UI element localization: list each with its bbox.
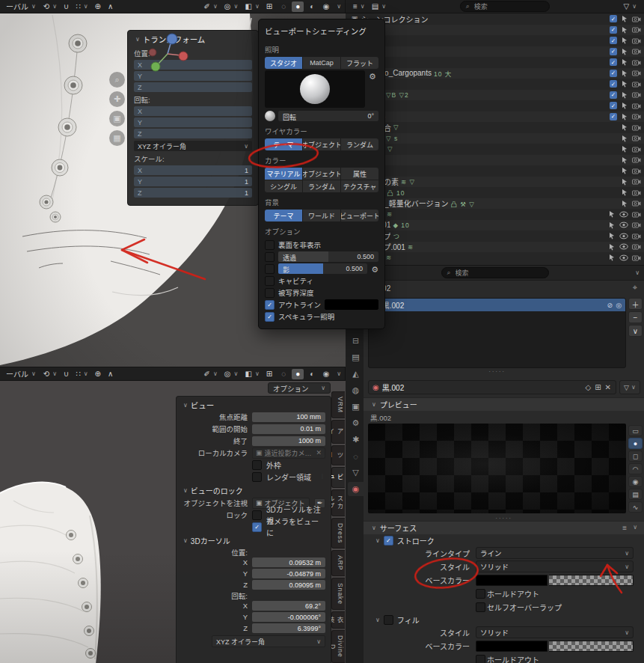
npanel-tab[interactable]: ツール: [331, 445, 345, 465]
selectable-cursor-icon[interactable]: [608, 243, 616, 251]
display-mode-dropdown[interactable]: ▤ ∨: [369, 1, 388, 12]
rotation-mode-dropdown[interactable]: XYZ オイラー角 ∨: [134, 141, 252, 151]
resize-grip[interactable]: ∙∙∙∙∙: [368, 368, 626, 374]
scale-field[interactable]: Y 1: [134, 177, 252, 186]
annotate-dropdown[interactable]: ✐ ∨: [202, 369, 220, 379]
material-name-field[interactable]: ◉ 黒.002 ◇ ⊞ ✕: [368, 380, 616, 394]
stroke-checkbox[interactable]: ✓: [384, 536, 393, 546]
preview-cube-button[interactable]: ◻: [628, 450, 643, 462]
outliner-row[interactable]: ◉ 統合 ▽ ✓: [346, 122, 644, 133]
proportional-falloff-dropdown[interactable]: ∧ ∨: [105, 369, 115, 379]
camera-icon[interactable]: [632, 200, 641, 207]
preview-cloth-button[interactable]: ▤: [628, 489, 643, 500]
snap-target-dropdown[interactable]: ∷ ∨: [73, 1, 90, 12]
outliner-row[interactable]: ▽ ⊕ ✓: [346, 155, 644, 166]
collection-checkbox[interactable]: ✓: [610, 113, 617, 120]
unlink-material-button[interactable]: ✕: [604, 383, 612, 391]
number-field[interactable]: 100 mm: [252, 412, 325, 422]
camera-icon[interactable]: [632, 26, 641, 33]
view-lock-subheader[interactable]: ∨ ビューのロック: [182, 484, 325, 497]
selectable-cursor-icon[interactable]: [621, 80, 628, 88]
selectable-cursor-icon[interactable]: [621, 48, 628, 55]
close-icon[interactable]: ✕: [316, 449, 322, 456]
selectable-cursor-icon[interactable]: [621, 15, 628, 22]
selectable-cursor-icon[interactable]: [621, 167, 628, 174]
fill-subsection-header[interactable]: ∨ フィル: [364, 614, 644, 626]
tab-material[interactable]: ◉: [348, 482, 364, 496]
shadow-checkbox[interactable]: [265, 264, 275, 274]
bg-viewport-button[interactable]: ビューポート: [341, 210, 378, 221]
selectable-cursor-icon[interactable]: [621, 200, 628, 207]
collection-checkbox[interactable]: ✓: [610, 102, 617, 109]
stroke-holdout-checkbox[interactable]: [476, 589, 485, 599]
camera-icon[interactable]: [632, 254, 641, 261]
backface-checkbox[interactable]: [265, 240, 275, 250]
color-texture-button[interactable]: テクスチャ: [341, 180, 378, 192]
eye-icon[interactable]: [619, 221, 628, 228]
camera-icon[interactable]: [632, 211, 641, 218]
shading-popup-chevron[interactable]: ∨: [337, 3, 341, 10]
gizmos-dropdown[interactable]: ◎ ∨: [222, 369, 241, 379]
fill-basecolor-alpha-swatch[interactable]: [549, 641, 634, 652]
shading-material-button[interactable]: ◐: [306, 369, 318, 379]
view-panel-header[interactable]: ∨ ビュー: [182, 399, 325, 411]
shadow-slider[interactable]: 影 0.500: [278, 263, 367, 274]
editor-type-dropdown[interactable]: ≡ ∨: [351, 1, 367, 12]
tab-modifiers[interactable]: ⚙: [348, 416, 364, 430]
overlays-dropdown[interactable]: ◧ ∨: [242, 369, 261, 379]
color-random-button[interactable]: ランダム: [303, 180, 340, 192]
shading-popup-chevron[interactable]: ∨: [337, 370, 341, 377]
tab-view-layer[interactable]: ▤: [348, 350, 364, 364]
collection-checkbox[interactable]: ✓: [610, 70, 617, 77]
pin-icon[interactable]: ⌖: [633, 283, 637, 293]
selectable-cursor-icon[interactable]: [621, 26, 628, 34]
search-input[interactable]: [473, 2, 544, 11]
gear-icon[interactable]: ⚙: [369, 72, 376, 82]
color-single-button[interactable]: シングル: [265, 180, 302, 192]
npanel-tab[interactable]: Dress: [331, 518, 345, 549]
wire-object-button[interactable]: オブジェクト: [303, 138, 340, 150]
color-attribute-button[interactable]: 属性: [341, 168, 378, 180]
shading-wireframe-button[interactable]: ◌: [277, 369, 289, 379]
camera-icon[interactable]: [632, 16, 641, 22]
cavity-checkbox[interactable]: [265, 276, 275, 286]
selectable-cursor-icon[interactable]: [608, 254, 616, 261]
selectable-cursor-icon[interactable]: [621, 102, 628, 109]
outliner-row[interactable]: ≋ ✓: [346, 252, 644, 263]
shadow-settings-gear-icon[interactable]: ⚙: [371, 265, 378, 275]
preview-hair-button[interactable]: ◠: [628, 463, 643, 474]
studiolight-rotation-slider[interactable]: 回転 0°: [278, 111, 378, 121]
npanel-tab[interactable]: アイテム: [331, 420, 345, 444]
tab-particles[interactable]: ✱: [348, 433, 364, 447]
preview-section-header[interactable]: ∨ プレビュー: [364, 397, 644, 411]
selectable-cursor-icon[interactable]: [621, 135, 628, 142]
local-camera-field[interactable]: ▣ 遠近投影カメ… ✕: [252, 447, 325, 459]
outliner-row[interactable]: 人 ▽ 3 ✓: [346, 100, 644, 111]
frame-checkbox[interactable]: [252, 460, 262, 470]
tab-physics[interactable]: ◌: [348, 449, 364, 463]
collection-checkbox[interactable]: ✓: [610, 48, 617, 55]
bg-world-button[interactable]: ワールド: [303, 210, 340, 221]
fill-basecolor-swatch[interactable]: [476, 641, 548, 652]
fill-checkbox[interactable]: [384, 615, 393, 625]
camera-icon[interactable]: [632, 146, 641, 153]
color-material-button[interactable]: マテリアル: [265, 168, 302, 180]
overlays-dropdown[interactable]: ◧ ∨: [242, 1, 261, 12]
orientation-dropdown[interactable]: ーバル ∨: [4, 369, 38, 379]
npanel-tab[interactable]: ARP: [331, 550, 345, 575]
proportional-editing-toggle[interactable]: ⊕ ∨: [93, 369, 103, 379]
selectable-cursor-icon[interactable]: [621, 58, 628, 66]
fake-user-button[interactable]: ◇: [585, 383, 592, 391]
xray-slider[interactable]: 透過 0.500: [278, 251, 378, 262]
rotation-field[interactable]: Y: [134, 117, 252, 127]
location-field[interactable]: Z: [134, 82, 252, 92]
eye-icon[interactable]: [619, 254, 628, 261]
cursor-rotation-field[interactable]: 69.2°: [252, 601, 325, 611]
shading-material-button[interactable]: ◐: [306, 1, 318, 12]
outliner-row[interactable]: 凸 ⚒ ▽ ✓: [346, 144, 644, 155]
snap-target-dropdown[interactable]: ∷ ∨: [73, 369, 90, 379]
tab-world[interactable]: ◍: [348, 383, 364, 397]
presets-icon[interactable]: ≡: [622, 524, 627, 532]
dof-checkbox[interactable]: [265, 288, 275, 298]
selectable-cursor-icon[interactable]: [608, 221, 616, 229]
